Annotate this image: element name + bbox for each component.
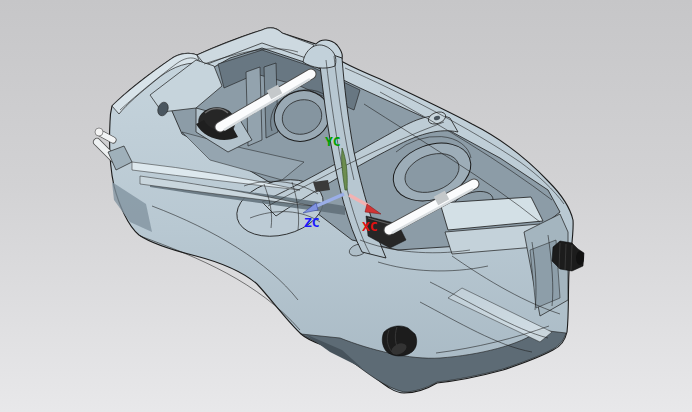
axis-label-xc: XC (362, 219, 378, 234)
small-clip (313, 180, 330, 192)
caliper-body (110, 28, 574, 393)
axis-label-yc: YC (325, 134, 341, 149)
cad-viewport[interactable]: YC ZC XC (0, 0, 692, 412)
axis-label-zc: ZC (304, 215, 320, 230)
cad-model-canvas[interactable]: YC ZC XC (0, 0, 692, 412)
